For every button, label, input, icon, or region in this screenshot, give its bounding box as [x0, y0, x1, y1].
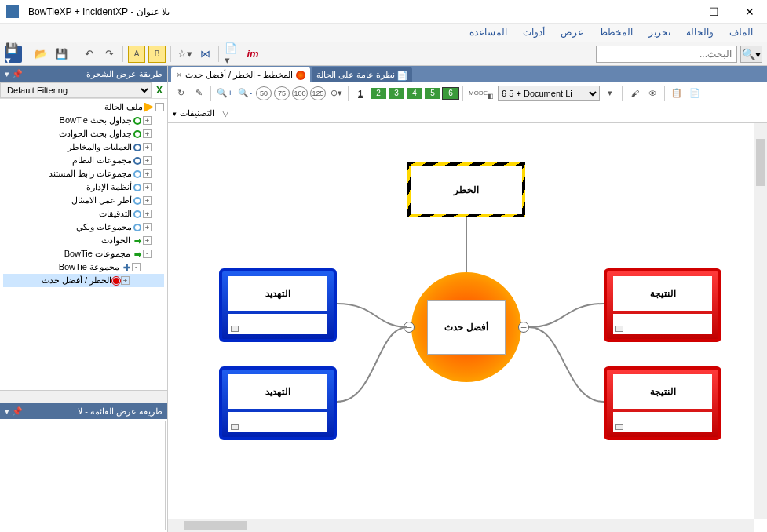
threat-node[interactable]: التهديد: [219, 268, 337, 342]
star-icon[interactable]: ☆▾: [176, 46, 193, 63]
level-1[interactable]: 1: [352, 86, 368, 101]
level-2[interactable]: 2: [371, 88, 386, 99]
menu-edit[interactable]: تحرير: [641, 24, 678, 42]
left-sidebar: طريقة عرض الشجرة 📌 ▾ Default Filtering X…: [0, 66, 168, 532]
search-input[interactable]: [596, 46, 737, 63]
box-a-icon[interactable]: A: [128, 46, 145, 63]
canvas-v-scrollbar[interactable]: [754, 123, 767, 519]
tree-item[interactable]: +مجموعات ويكي: [3, 220, 164, 234]
tree-h-scrollbar[interactable]: [0, 390, 167, 403]
zoom-125[interactable]: 125: [310, 86, 326, 100]
top-event-node[interactable]: أفضل حدث: [427, 300, 506, 355]
menu-help[interactable]: المساعدة: [462, 24, 515, 42]
mode-dropdown[interactable]: ▾: [602, 86, 618, 101]
menu-case[interactable]: والحالة: [678, 24, 721, 42]
mode-icon[interactable]: MODE◧: [467, 86, 495, 101]
menu-view[interactable]: عرض: [553, 24, 591, 42]
tree-item[interactable]: +جداول بحث الحوادث: [3, 127, 164, 140]
tree-item[interactable]: +مجموعات رابط المستند: [3, 167, 164, 180]
filter-icon[interactable]: ▽: [217, 106, 233, 122]
save-dropdown-button[interactable]: 💾▾: [5, 46, 22, 63]
title-bar: بلا عنوان - BowTieXP + IncidentXP — ☐ ✕: [0, 0, 767, 24]
bowtie-icon[interactable]: ⋈: [196, 46, 214, 63]
hazard-connector: [466, 217, 467, 272]
close-button[interactable]: ✕: [732, 0, 767, 24]
zoom-out-icon[interactable]: 🔍-: [236, 86, 254, 101]
paint-icon[interactable]: 🖌: [626, 86, 642, 101]
tree-item[interactable]: +العمليات والمخاطر: [3, 140, 164, 154]
diagram-tab-icon: [296, 71, 305, 80]
tree-item[interactable]: +جداول بحث BowTie: [3, 114, 164, 127]
zoom-75[interactable]: 75: [274, 86, 290, 100]
tab-diagram[interactable]: المخطط - الخطر / أفضل حدث ✕: [171, 67, 310, 82]
mode-combo[interactable]: 6 5 + Document Li: [498, 86, 600, 101]
excel-export-icon[interactable]: X: [152, 85, 167, 96]
level-6[interactable]: 6: [443, 88, 458, 99]
document-icon[interactable]: 📄▾: [224, 46, 241, 63]
search-button[interactable]: 🔍▾: [740, 46, 762, 63]
consequence-node[interactable]: النتيجة: [604, 268, 721, 342]
filter-label: التصنيفات: [180, 108, 214, 118]
tree-item[interactable]: +أنظمة الإدارة: [3, 180, 164, 194]
pin-icon[interactable]: 📌 ▾: [5, 406, 23, 417]
level-5[interactable]: 5: [425, 88, 440, 99]
level-3[interactable]: 3: [389, 88, 404, 99]
box-b-icon[interactable]: B: [148, 46, 166, 63]
list-view[interactable]: [2, 421, 166, 530]
save-icon[interactable]: 💾: [53, 46, 70, 63]
main-toolbar: 💾▾ 📂 💾 ↶ ↷ A B ☆▾ ⋈ 📄▾ im 🔍▾: [0, 42, 767, 66]
edit-icon[interactable]: ✎: [191, 86, 206, 101]
diagram-canvas-wrap: الخطر أفضل حدث – – التهديدالتهديدالنتيجة…: [168, 123, 767, 532]
filter-dropdown-icon[interactable]: ▾: [173, 110, 177, 118]
maximize-button[interactable]: ☐: [696, 0, 732, 24]
tab-overview[interactable]: 📄 نظرة عامة على الحالة: [312, 67, 412, 82]
list-panel-title: طريقة عرض القائمة - لا: [78, 406, 163, 417]
filter-toolbar: ▽ التصنيفات ▾: [168, 104, 767, 123]
paste-icon[interactable]: 📄: [687, 86, 703, 101]
app-icon: [6, 5, 19, 18]
threat-node[interactable]: التهديد: [219, 366, 337, 440]
document-tabs: المخطط - الخطر / أفضل حدث ✕ 📄 نظرة عامة …: [168, 66, 767, 82]
overview-tab-icon: 📄: [398, 71, 407, 80]
tree-item[interactable]: +الخطر / أفضل حدث: [3, 274, 164, 287]
level-4[interactable]: 4: [407, 88, 422, 99]
diagram-canvas[interactable]: الخطر أفضل حدث – – التهديدالتهديدالنتيجة…: [168, 123, 733, 492]
left-knot[interactable]: –: [404, 322, 415, 333]
zoom-fit-icon[interactable]: ⊕▾: [328, 86, 344, 101]
tree-root[interactable]: - ملف الحالة: [3, 100, 164, 114]
list-panel-header: طريقة عرض القائمة - لا 📌 ▾: [0, 403, 167, 419]
filter-combo[interactable]: Default Filtering: [0, 82, 152, 98]
redo-icon[interactable]: ↷: [100, 46, 118, 63]
eye-icon[interactable]: 👁: [645, 86, 660, 101]
tree-item[interactable]: -✚مجموعة BowTie: [3, 261, 164, 274]
zoom-50[interactable]: 50: [256, 86, 272, 100]
copy-icon[interactable]: 📋: [669, 86, 685, 101]
minimize-button[interactable]: —: [661, 0, 696, 24]
menu-file[interactable]: الملف: [721, 24, 761, 42]
pin-icon[interactable]: 📌 ▾: [5, 69, 23, 79]
tree-item[interactable]: +مجموعات النظام: [3, 154, 164, 167]
refresh-icon[interactable]: ↻: [173, 86, 188, 101]
zoom-in-icon[interactable]: 🔍+: [215, 86, 234, 101]
tree-item[interactable]: +➡الحوادث: [3, 234, 164, 247]
window-title: بلا عنوان - BowTieXP + IncidentXP: [25, 6, 661, 17]
canvas-h-scrollbar[interactable]: [168, 519, 754, 532]
diagram-toolbar: ↻ ✎ 🔍+ 🔍- 50 75 100 125 ⊕▾ 1 2 3 4 5 6 M…: [168, 82, 767, 104]
tree-item[interactable]: +التدقيقات: [3, 207, 164, 220]
hazard-node[interactable]: الخطر: [407, 162, 525, 217]
tree-view[interactable]: - ملف الحالة +جداول بحث BowTie+جداول بحث…: [0, 99, 167, 390]
menu-bar: الملف والحالة تحرير المخطط عرض أدوات الم…: [0, 24, 767, 42]
incident-icon[interactable]: im: [244, 46, 261, 63]
menu-diagram[interactable]: المخطط: [591, 24, 641, 42]
undo-icon[interactable]: ↶: [80, 46, 97, 63]
tree-panel-title: طريقة عرض الشجرة: [86, 69, 163, 79]
close-tab-icon[interactable]: ✕: [176, 71, 182, 79]
main-area: المخطط - الخطر / أفضل حدث ✕ 📄 نظرة عامة …: [168, 66, 767, 532]
tree-item[interactable]: +أطر عمل الامتثال: [3, 194, 164, 207]
open-icon[interactable]: 📂: [32, 46, 49, 63]
right-knot[interactable]: –: [518, 322, 529, 333]
menu-tools[interactable]: أدوات: [515, 24, 553, 42]
zoom-100[interactable]: 100: [292, 86, 308, 100]
tree-item[interactable]: -➡مجموعات BowTie: [3, 247, 164, 261]
consequence-node[interactable]: النتيجة: [604, 366, 721, 440]
